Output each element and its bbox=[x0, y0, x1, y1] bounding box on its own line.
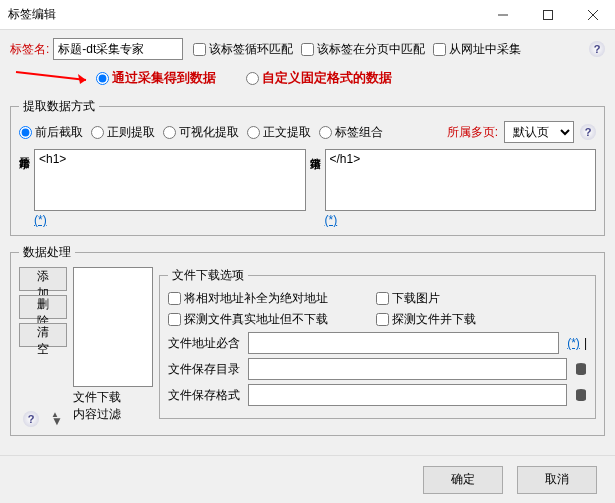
svg-point-8 bbox=[576, 371, 586, 375]
db-icon[interactable] bbox=[575, 388, 587, 402]
probe-nodl-checkbox[interactable]: 探测文件真实地址但不下载 bbox=[168, 311, 368, 328]
abs-address-checkbox[interactable]: 将相对地址补全为绝对地址 bbox=[168, 290, 368, 307]
delete-button[interactable]: 删除 bbox=[19, 295, 67, 319]
extract-m1-radio[interactable]: 前后截取 bbox=[19, 124, 83, 141]
cancel-button[interactable]: 取消 bbox=[517, 466, 597, 494]
mode-collect-radio[interactable]: 通过采集得到数据 bbox=[96, 69, 216, 87]
wildcard-link[interactable]: (*) bbox=[567, 336, 580, 350]
extract-m5-radio[interactable]: 标签组合 bbox=[319, 124, 383, 141]
process-listbox[interactable] bbox=[73, 267, 153, 387]
end-string-textarea[interactable]: </h1> bbox=[325, 149, 597, 211]
download-image-checkbox[interactable]: 下载图片 bbox=[376, 290, 440, 307]
belong-select[interactable]: 默认页 bbox=[504, 121, 574, 143]
file-dir-input[interactable] bbox=[248, 358, 567, 380]
help-icon[interactable]: ? bbox=[589, 41, 605, 57]
tagname-label: 标签名: bbox=[10, 41, 49, 58]
clear-button[interactable]: 清空 bbox=[19, 323, 67, 347]
extract-m3-radio[interactable]: 可视化提取 bbox=[163, 124, 239, 141]
help-icon[interactable]: ? bbox=[23, 411, 39, 427]
titlebar: 标签编辑 bbox=[0, 0, 615, 30]
extract-m4-radio[interactable]: 正文提取 bbox=[247, 124, 311, 141]
arrow-icon bbox=[10, 66, 100, 90]
file-addr-label: 文件地址必含 bbox=[168, 335, 248, 352]
file-download-options-group: 文件下载选项 将相对地址补全为绝对地址 下载图片 探测文件真实地址但不下载 探测… bbox=[159, 267, 596, 419]
wildcard-link[interactable]: (*) bbox=[34, 213, 47, 227]
extract-method-group: 提取数据方式 前后截取 正则提取 可视化提取 正文提取 标签组合 所属多页: 默… bbox=[10, 98, 605, 236]
file-format-input[interactable] bbox=[248, 384, 567, 406]
svg-line-4 bbox=[16, 72, 86, 80]
fileopt-legend: 文件下载选项 bbox=[168, 267, 248, 284]
maximize-button[interactable] bbox=[525, 0, 570, 30]
svg-point-11 bbox=[576, 397, 586, 401]
ok-button[interactable]: 确定 bbox=[423, 466, 503, 494]
minimize-button[interactable] bbox=[480, 0, 525, 30]
svg-rect-1 bbox=[543, 10, 552, 19]
loop-match-checkbox[interactable]: 该标签循环匹配 bbox=[193, 41, 293, 58]
tagname-input[interactable] bbox=[53, 38, 183, 60]
end-string-label: 结束字符串 bbox=[310, 149, 321, 227]
wildcard-link[interactable]: (*) bbox=[325, 213, 338, 227]
content-filter-label: 内容过滤 bbox=[73, 406, 153, 423]
file-download-label: 文件下载 bbox=[73, 389, 153, 406]
pipe-text: | bbox=[584, 336, 587, 350]
footer: 确定 取消 bbox=[0, 455, 615, 503]
db-icon[interactable] bbox=[575, 362, 587, 376]
url-collect-checkbox[interactable]: 从网址中采集 bbox=[433, 41, 521, 58]
data-process-group: 数据处理 添加 删除 清空 ? ▲▼ 文件下载 内容过滤 文件下载选项 将 bbox=[10, 244, 605, 436]
add-button[interactable]: 添加 bbox=[19, 267, 67, 291]
start-string-label: 开始字符串 bbox=[19, 149, 30, 227]
window-title: 标签编辑 bbox=[8, 6, 480, 23]
extract-m2-radio[interactable]: 正则提取 bbox=[91, 124, 155, 141]
file-format-label: 文件保存格式 bbox=[168, 387, 248, 404]
file-dir-label: 文件保存目录 bbox=[168, 361, 248, 378]
mode-custom-radio[interactable]: 自定义固定格式的数据 bbox=[246, 69, 392, 87]
probe-dl-checkbox[interactable]: 探测文件并下载 bbox=[376, 311, 476, 328]
extract-legend: 提取数据方式 bbox=[19, 98, 99, 115]
file-addr-input[interactable] bbox=[248, 332, 559, 354]
main-panel: 标签名: 该标签循环匹配 该标签在分页中匹配 从网址中采集 ? 通过采集得到数据… bbox=[0, 30, 615, 455]
start-string-textarea[interactable]: <h1> bbox=[34, 149, 306, 211]
page-match-checkbox[interactable]: 该标签在分页中匹配 bbox=[301, 41, 425, 58]
close-button[interactable] bbox=[570, 0, 615, 30]
up-down-icon[interactable]: ▲▼ bbox=[51, 411, 63, 427]
process-legend: 数据处理 bbox=[19, 244, 75, 261]
help-icon[interactable]: ? bbox=[580, 124, 596, 140]
belong-label: 所属多页: bbox=[447, 124, 498, 141]
